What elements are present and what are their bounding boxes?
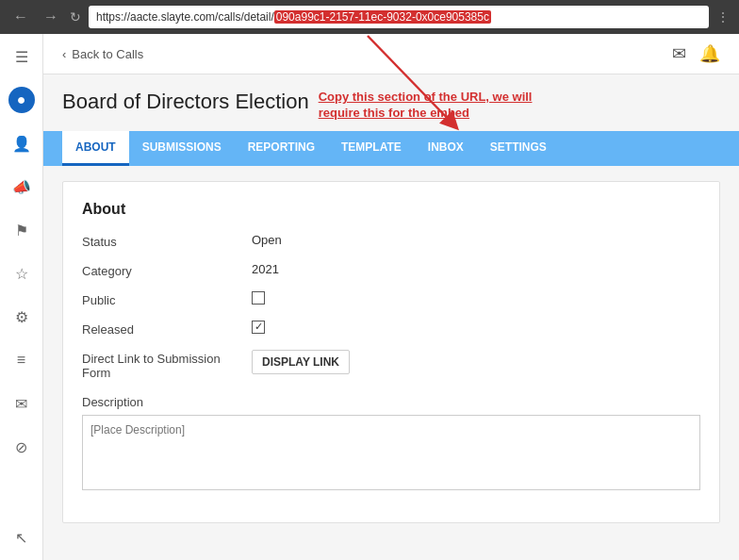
browser-chrome: ← → ↻ https://aacte.slayte.com/calls/det… bbox=[0, 0, 739, 34]
public-label: Public bbox=[82, 291, 252, 307]
reload-button[interactable]: ↻ bbox=[70, 9, 81, 25]
sidebar-icon-list[interactable]: ≡ bbox=[8, 347, 35, 373]
sidebar-icon-star[interactable]: ☆ bbox=[8, 260, 35, 287]
url-prefix: https://aacte.slayte.com/calls/detail/ bbox=[96, 10, 274, 24]
annotation-text: Copy this section of the URL, we will re… bbox=[319, 90, 545, 122]
tab-settings[interactable]: SETTINGS bbox=[477, 131, 560, 166]
sidebar-icon-menu[interactable]: ☰ bbox=[8, 43, 35, 70]
tab-about[interactable]: ABOUT bbox=[62, 131, 129, 166]
tab-inbox[interactable]: INBOX bbox=[415, 131, 477, 166]
about-section-title: About bbox=[82, 201, 700, 218]
field-row-description: Description bbox=[82, 393, 700, 490]
field-row-released: Released ✓ bbox=[82, 321, 700, 337]
field-row-status: Status Open bbox=[82, 233, 700, 249]
extensions-button[interactable]: ⋮ bbox=[716, 9, 730, 25]
page-header: Board of Directors Election Copy this se… bbox=[43, 74, 739, 122]
field-row-category: Category 2021 bbox=[82, 262, 700, 278]
top-bar: ‹ Back to Calls ✉ 🔔 bbox=[43, 34, 739, 74]
sidebar-icon-home[interactable]: ● bbox=[8, 87, 35, 113]
description-textarea[interactable] bbox=[82, 415, 700, 490]
sidebar-icon-mail[interactable]: ✉ bbox=[8, 390, 35, 417]
sidebar-icon-circle-slash[interactable]: ⊘ bbox=[8, 434, 35, 460]
tabs-bar: ABOUT SUBMISSIONS REPORTING TEMPLATE INB… bbox=[43, 131, 739, 166]
field-row-direct-link: Direct Link to Submission Form DISPLAY L… bbox=[82, 350, 700, 380]
field-row-public: Public bbox=[82, 291, 700, 307]
mail-icon[interactable]: ✉ bbox=[672, 43, 686, 64]
page-title-row: Board of Directors Election Copy this se… bbox=[62, 90, 720, 122]
tab-reporting[interactable]: REPORTING bbox=[235, 131, 328, 166]
tab-template[interactable]: TEMPLATE bbox=[328, 131, 415, 166]
released-checkbox[interactable]: ✓ bbox=[252, 321, 265, 334]
url-highlighted: 090a99c1-2157-11ec-9032-0x0ce905385c bbox=[274, 10, 491, 24]
sidebar-icon-flag[interactable]: ⚑ bbox=[8, 217, 35, 243]
sidebar-icon-gear[interactable]: ⚙ bbox=[8, 304, 35, 330]
sidebar: ☰ ● 👤 📣 ⚑ ☆ ⚙ ≡ ✉ ⊘ ↖ bbox=[0, 34, 43, 560]
sidebar-icon-cursor[interactable]: ↖ bbox=[8, 524, 35, 551]
status-label: Status bbox=[82, 233, 252, 249]
display-link-button[interactable]: DISPLAY LINK bbox=[252, 350, 350, 374]
bell-icon[interactable]: 🔔 bbox=[699, 43, 720, 64]
category-label: Category bbox=[82, 262, 252, 278]
app-container: ☰ ● 👤 📣 ⚑ ☆ ⚙ ≡ ✉ ⊘ ↖ ‹ Back to Calls ✉ … bbox=[0, 34, 739, 560]
top-bar-actions: ✉ 🔔 bbox=[672, 43, 720, 64]
browser-extras: ⋮ bbox=[716, 9, 730, 25]
category-value: 2021 bbox=[252, 262, 279, 276]
url-bar[interactable]: https://aacte.slayte.com/calls/detail/09… bbox=[89, 6, 709, 28]
public-checkbox[interactable] bbox=[252, 291, 265, 305]
main-content: ‹ Back to Calls ✉ 🔔 Board of Directors E… bbox=[43, 34, 739, 560]
back-to-calls-link[interactable]: ‹ Back to Calls bbox=[62, 47, 143, 61]
tab-submissions[interactable]: SUBMISSIONS bbox=[129, 131, 235, 166]
back-chevron-icon: ‹ bbox=[62, 47, 66, 61]
forward-button[interactable]: → bbox=[40, 7, 62, 27]
back-button[interactable]: ← bbox=[9, 7, 32, 27]
sidebar-icon-megaphone[interactable]: 📣 bbox=[8, 173, 35, 200]
page-title: Board of Directors Election bbox=[62, 90, 309, 114]
sidebar-icon-profile[interactable]: 👤 bbox=[8, 130, 35, 156]
status-value: Open bbox=[252, 233, 282, 247]
direct-link-label: Direct Link to Submission Form bbox=[82, 350, 252, 380]
description-label: Description bbox=[82, 393, 252, 409]
content-panel: About Status Open Category 2021 Public R… bbox=[62, 181, 720, 523]
back-to-calls-label: Back to Calls bbox=[72, 47, 143, 61]
released-label: Released bbox=[82, 321, 252, 337]
